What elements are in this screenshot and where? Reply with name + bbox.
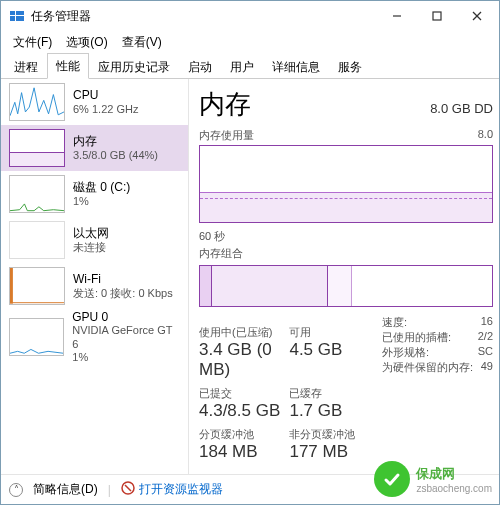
svg-rect-1	[16, 11, 24, 15]
sidebar-item-label: 以太网	[73, 226, 109, 240]
watermark-brand: 保成网	[416, 465, 492, 483]
sidebar-item-sub: 未连接	[73, 241, 109, 254]
close-button[interactable]	[457, 2, 497, 30]
monitor-icon	[121, 481, 135, 498]
memory-thumb	[9, 129, 65, 167]
stat-avail-label: 可用	[289, 325, 371, 340]
detail-form-label: 外形规格:	[382, 345, 429, 360]
detail-speed-value: 16	[481, 315, 493, 330]
sidebar-item-sub: 3.5/8.0 GB (44%)	[73, 149, 158, 162]
tab-app-history[interactable]: 应用历史记录	[89, 54, 179, 79]
maximize-button[interactable]	[417, 2, 457, 30]
stat-nonpaged-value: 177 MB	[289, 442, 371, 462]
svg-line-11	[125, 485, 131, 491]
svg-rect-0	[10, 11, 15, 15]
sidebar-item-sub: 发送: 0 接收: 0 Kbps	[73, 287, 173, 300]
stat-cached-value: 1.7 GB	[289, 401, 371, 421]
composition-label: 内存组合	[199, 246, 243, 261]
menu-options[interactable]: 选项(O)	[60, 32, 113, 53]
chevron-up-icon[interactable]: ˄	[9, 483, 23, 497]
memory-capacity: 8.0 GB DD	[430, 101, 493, 116]
sidebar-item-ethernet[interactable]: 以太网未连接	[1, 217, 188, 263]
gpu-thumb	[9, 318, 64, 356]
main-panel: 内存 8.0 GB DD 内存使用量8.0 60 秒 内存组合 使用中(已压缩)…	[189, 79, 499, 474]
watermark-badge-icon	[374, 461, 410, 497]
stat-avail-value: 4.5 GB	[289, 340, 371, 360]
stat-inuse-label: 使用中(已压缩)	[199, 325, 281, 340]
stat-commit-label: 已提交	[199, 386, 281, 401]
sidebar-item-disk[interactable]: 磁盘 0 (C:)1%	[1, 171, 188, 217]
tab-startup[interactable]: 启动	[179, 54, 221, 79]
wifi-thumb	[9, 267, 65, 305]
sidebar-item-label: Wi-Fi	[73, 272, 173, 286]
tab-details[interactable]: 详细信息	[263, 54, 329, 79]
detail-hwreserved-value: 49	[481, 360, 493, 375]
app-icon	[9, 8, 25, 24]
sidebar-item-label: CPU	[73, 88, 138, 102]
watermark: 保成网 zsbaocheng.com	[374, 461, 492, 497]
sidebar-item-label: 磁盘 0 (C:)	[73, 180, 130, 194]
page-title: 内存	[199, 87, 251, 122]
sidebar-item-sub2: 1%	[72, 351, 180, 364]
stat-nonpaged-label: 非分页缓冲池	[289, 427, 371, 442]
detail-speed-label: 速度:	[382, 315, 407, 330]
stat-commit-value: 4.3/8.5 GB	[199, 401, 281, 421]
fewer-details-button[interactable]: 简略信息(D)	[33, 481, 98, 498]
titlebar: 任务管理器	[1, 1, 499, 31]
usage-label: 内存使用量	[199, 128, 254, 143]
svg-rect-3	[16, 16, 24, 21]
watermark-url: zsbaocheng.com	[416, 483, 492, 494]
tab-performance[interactable]: 性能	[47, 53, 89, 79]
tabbar: 进程 性能 应用历史记录 启动 用户 详细信息 服务	[1, 53, 499, 79]
tab-services[interactable]: 服务	[329, 54, 371, 79]
sidebar-item-sub: NVIDIA GeForce GT 6	[72, 324, 180, 350]
svg-rect-5	[433, 12, 441, 20]
detail-slots-label: 已使用的插槽:	[382, 330, 451, 345]
memory-composition	[199, 265, 493, 307]
stat-paged-value: 184 MB	[199, 442, 281, 462]
detail-form-value: SC	[478, 345, 493, 360]
sidebar-item-cpu[interactable]: CPU6% 1.22 GHz	[1, 79, 188, 125]
open-resource-monitor-link[interactable]: 打开资源监视器	[121, 481, 223, 498]
detail-slots-value: 2/2	[478, 330, 493, 345]
svg-rect-8	[10, 267, 13, 304]
stat-paged-label: 分页缓冲池	[199, 427, 281, 442]
menu-file[interactable]: 文件(F)	[7, 32, 58, 53]
window-title: 任务管理器	[31, 8, 377, 25]
memory-usage-graph	[199, 145, 493, 223]
detail-hwreserved-label: 为硬件保留的内存:	[382, 360, 473, 375]
ethernet-thumb	[9, 221, 65, 259]
sidebar-item-label: GPU 0	[72, 310, 180, 324]
sidebar-item-sub: 6% 1.22 GHz	[73, 103, 138, 116]
stat-cached-label: 已缓存	[289, 386, 371, 401]
tab-users[interactable]: 用户	[221, 54, 263, 79]
sidebar-item-sub: 1%	[73, 195, 130, 208]
tab-processes[interactable]: 进程	[5, 54, 47, 79]
sidebar-item-label: 内存	[73, 134, 158, 148]
disk-thumb	[9, 175, 65, 213]
menu-view[interactable]: 查看(V)	[116, 32, 168, 53]
usage-right: 8.0	[478, 128, 493, 143]
svg-rect-2	[10, 16, 15, 21]
sidebar-item-gpu[interactable]: GPU 0NVIDIA GeForce GT 61%	[1, 309, 188, 365]
sidebar-item-wifi[interactable]: Wi-Fi发送: 0 接收: 0 Kbps	[1, 263, 188, 309]
menubar: 文件(F) 选项(O) 查看(V)	[1, 31, 499, 53]
cpu-thumb	[9, 83, 65, 121]
sidebar: CPU6% 1.22 GHz 内存3.5/8.0 GB (44%) 磁盘 0 (…	[1, 79, 189, 474]
stat-inuse-value: 3.4 GB (0 MB)	[199, 340, 281, 380]
sidebar-item-memory[interactable]: 内存3.5/8.0 GB (44%)	[1, 125, 188, 171]
timescale-label: 60 秒	[199, 229, 225, 244]
minimize-button[interactable]	[377, 2, 417, 30]
